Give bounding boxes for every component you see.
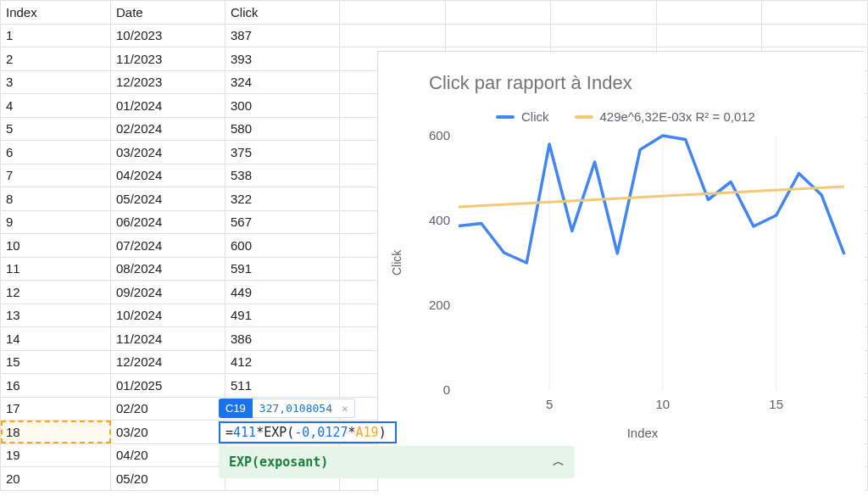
cell-date[interactable]: 02/20 — [111, 397, 225, 421]
cell-click[interactable]: 600 — [225, 234, 340, 258]
cell-click[interactable]: 300 — [225, 94, 340, 118]
cell-index[interactable]: 9 — [1, 210, 111, 234]
cell-date[interactable]: 05/2024 — [111, 187, 225, 211]
svg-text:5: 5 — [546, 397, 553, 411]
legend-swatch-gold — [575, 115, 593, 119]
cell-index[interactable]: 15 — [1, 350, 111, 374]
cell-date[interactable]: 12/2023 — [111, 70, 225, 94]
cell-click[interactable]: 580 — [225, 117, 340, 141]
cell-empty[interactable] — [445, 24, 551, 47]
cell-click[interactable]: 412 — [225, 350, 340, 374]
cell-index[interactable]: 10 — [1, 234, 111, 258]
cell-date[interactable]: 01/2024 — [111, 94, 225, 118]
cell-click[interactable]: 511 — [225, 374, 340, 398]
cell-index[interactable]: 14 — [1, 327, 111, 351]
cell-date[interactable]: 05/20 — [111, 467, 225, 491]
function-helper[interactable]: EXP(exposant) ︿ — [219, 446, 575, 478]
legend-item-trend: 429e^6,32E-03x R² = 0,012 — [575, 109, 755, 124]
formula-preview-value: 327,0108054 × — [253, 398, 356, 418]
cell-date[interactable]: 03/2024 — [111, 141, 225, 164]
cell-date[interactable]: 11/2024 — [111, 327, 225, 351]
cell-click[interactable]: 393 — [225, 47, 340, 71]
cell-empty[interactable] — [656, 24, 762, 47]
chart-legend: Click 429e^6,32E-03x R² = 0,012 — [395, 109, 856, 124]
col-header-empty-3[interactable] — [551, 1, 657, 25]
cell-date[interactable]: 04/20 — [111, 443, 225, 467]
cell-index[interactable]: 16 — [1, 374, 111, 398]
cell-index[interactable]: 11 — [1, 257, 111, 281]
cell-index[interactable]: 1 — [1, 24, 111, 47]
cell-date[interactable]: 02/2024 — [111, 117, 225, 141]
cell-date[interactable]: 08/2024 — [111, 257, 225, 281]
chart-plot-area: Click 020040060051015 — [412, 127, 853, 424]
cell-click[interactable]: 387 — [225, 24, 340, 47]
col-header-empty-4[interactable] — [656, 1, 762, 25]
cell-index[interactable]: 5 — [1, 117, 111, 141]
svg-text:600: 600 — [429, 128, 450, 142]
cell-index[interactable]: 8 — [1, 187, 111, 211]
cell-empty[interactable] — [340, 24, 446, 47]
header-row: Index Date Click — [1, 1, 868, 25]
svg-text:200: 200 — [429, 298, 450, 312]
chevron-up-icon[interactable]: ︿ — [553, 454, 565, 470]
cell-date[interactable]: 11/2023 — [111, 47, 225, 71]
cell-date[interactable]: 06/2024 — [111, 210, 225, 234]
cell-index[interactable]: 12 — [1, 281, 111, 304]
formula-input[interactable]: =411*EXP(-0,0127*A19) — [219, 421, 397, 443]
table-row[interactable]: 110/2023387 — [1, 24, 868, 47]
close-icon[interactable]: × — [336, 403, 348, 415]
col-header-empty-5[interactable] — [762, 1, 868, 25]
cell-click[interactable]: 567 — [225, 210, 340, 234]
cell-empty[interactable] — [551, 24, 657, 47]
cell-index[interactable]: 18 — [1, 421, 111, 444]
cell-index[interactable]: 6 — [1, 141, 111, 164]
cell-click[interactable]: 322 — [225, 187, 340, 211]
cell-date[interactable]: 07/2024 — [111, 234, 225, 258]
cell-index[interactable]: 13 — [1, 304, 111, 327]
col-header-date[interactable]: Date — [111, 1, 225, 25]
cell-click[interactable]: 324 — [225, 70, 340, 94]
cell-index[interactable]: 20 — [1, 467, 111, 491]
chart-title: Click par rapport à Index — [429, 72, 856, 94]
col-header-empty-2[interactable] — [445, 1, 551, 25]
cell-date[interactable]: 12/2024 — [111, 350, 225, 374]
chart-svg: 020040060051015 — [412, 127, 853, 424]
formula-cell-ref: C19 — [219, 398, 253, 418]
cell-index[interactable]: 4 — [1, 94, 111, 118]
svg-text:10: 10 — [656, 397, 670, 411]
svg-text:400: 400 — [429, 213, 450, 227]
cell-click[interactable]: 375 — [225, 141, 340, 164]
legend-item-click: Click — [496, 109, 549, 124]
formula-preview-badge: C19 327,0108054 × — [219, 398, 355, 418]
cell-date[interactable]: 03/20 — [111, 421, 225, 444]
chart-panel[interactable]: Click par rapport à Index Click 429e^6,3… — [377, 51, 865, 492]
y-axis-label: Click — [390, 250, 403, 276]
function-signature: EXP(exposant) — [229, 454, 328, 470]
cell-date[interactable]: 10/2023 — [111, 24, 225, 47]
x-axis-label: Index — [429, 426, 856, 440]
cell-click[interactable]: 491 — [225, 304, 340, 327]
svg-text:0: 0 — [443, 382, 450, 397]
cell-index[interactable]: 2 — [1, 47, 111, 71]
cell-click[interactable]: 386 — [225, 327, 340, 351]
svg-text:15: 15 — [769, 397, 783, 411]
col-header-empty-1[interactable] — [340, 1, 446, 25]
cell-empty[interactable] — [762, 24, 868, 47]
col-header-click[interactable]: Click — [225, 1, 340, 25]
cell-click[interactable]: 591 — [225, 257, 340, 281]
cell-index[interactable]: 19 — [1, 443, 111, 467]
cell-date[interactable]: 09/2024 — [111, 281, 225, 304]
cell-index[interactable]: 17 — [1, 397, 111, 421]
cell-index[interactable]: 3 — [1, 70, 111, 94]
cell-date[interactable]: 10/2024 — [111, 304, 225, 327]
legend-swatch-blue — [496, 115, 515, 119]
col-header-index[interactable]: Index — [1, 1, 111, 25]
cell-date[interactable]: 01/2025 — [111, 374, 225, 398]
cell-index[interactable]: 7 — [1, 164, 111, 187]
cell-click[interactable]: 538 — [225, 164, 340, 187]
cell-click[interactable]: 449 — [225, 281, 340, 304]
cell-date[interactable]: 04/2024 — [111, 164, 225, 187]
